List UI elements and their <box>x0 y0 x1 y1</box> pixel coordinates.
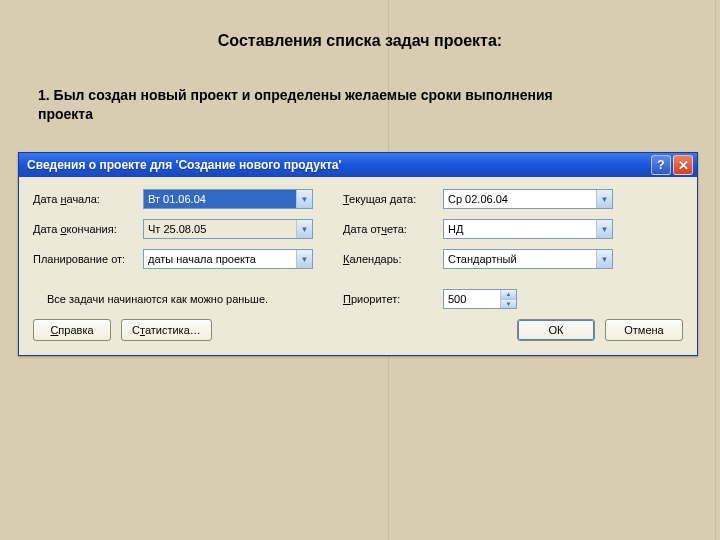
help-icon[interactable]: ? <box>651 155 671 175</box>
project-info-dialog: Сведения о проекте для 'Создание нового … <box>18 152 698 356</box>
priority-cell: 500 ▲ ▼ <box>443 289 613 309</box>
cancel-button[interactable]: Отмена <box>605 319 683 341</box>
start-date-combo[interactable]: Вт 01.06.04 ▼ <box>143 189 313 209</box>
label-report-date: Дата отчета: <box>343 223 443 235</box>
dialog-body: Дата начала: Вт 01.06.04 ▼ Текущая дата:… <box>19 177 697 355</box>
slide-title: Составления списка задач проекта: <box>0 32 720 50</box>
chevron-down-icon[interactable]: ▼ <box>596 190 612 208</box>
plan-from-value: даты начала проекта <box>144 250 296 268</box>
priority-spinner[interactable]: 500 ▲ ▼ <box>443 289 517 309</box>
ok-button[interactable]: ОК <box>517 319 595 341</box>
dialog-title: Сведения о проекте для 'Создание нового … <box>27 158 649 172</box>
note-text: Все задачи начинаются как можно раньше. <box>33 293 313 305</box>
label-end-date: Дата окончания: <box>33 223 143 235</box>
calendar-value: Стандартный <box>444 250 596 268</box>
dialog-titlebar[interactable]: Сведения о проекте для 'Создание нового … <box>19 153 697 177</box>
chevron-down-icon[interactable]: ▼ <box>296 250 312 268</box>
statistics-button[interactable]: Статистика… <box>121 319 212 341</box>
label-calendar: Календарь: <box>343 253 443 265</box>
plan-from-combo[interactable]: даты начала проекта ▼ <box>143 249 313 269</box>
button-row: Справка Статистика… ОК Отмена <box>33 319 683 341</box>
decorative-line-2 <box>715 0 716 540</box>
report-date-combo[interactable]: НД ▼ <box>443 219 613 239</box>
label-priority: Приоритет: <box>343 293 443 305</box>
close-icon[interactable]: ✕ <box>673 155 693 175</box>
label-current-date: Текущая дата: <box>343 193 443 205</box>
chevron-down-icon[interactable]: ▼ <box>596 220 612 238</box>
chevron-down-icon[interactable]: ▼ <box>296 190 312 208</box>
chevron-down-icon: ▼ <box>296 220 312 238</box>
spin-down-icon[interactable]: ▼ <box>500 300 516 309</box>
slide-subtitle: 1. Был создан новый проект и определены … <box>38 86 598 124</box>
help-button[interactable]: Справка <box>33 319 111 341</box>
label-plan-from: Планирование от: <box>33 253 143 265</box>
priority-value: 500 <box>444 290 500 308</box>
label-start-date: Дата начала: <box>33 193 143 205</box>
chevron-down-icon[interactable]: ▼ <box>596 250 612 268</box>
spin-up-icon[interactable]: ▲ <box>500 290 516 300</box>
end-date-value: Чт 25.08.05 <box>144 220 296 238</box>
end-date-combo: Чт 25.08.05 ▼ <box>143 219 313 239</box>
current-date-combo[interactable]: Ср 02.06.04 ▼ <box>443 189 613 209</box>
calendar-combo[interactable]: Стандартный ▼ <box>443 249 613 269</box>
report-date-value: НД <box>444 220 596 238</box>
current-date-value: Ср 02.06.04 <box>444 190 596 208</box>
start-date-value: Вт 01.06.04 <box>144 190 296 208</box>
